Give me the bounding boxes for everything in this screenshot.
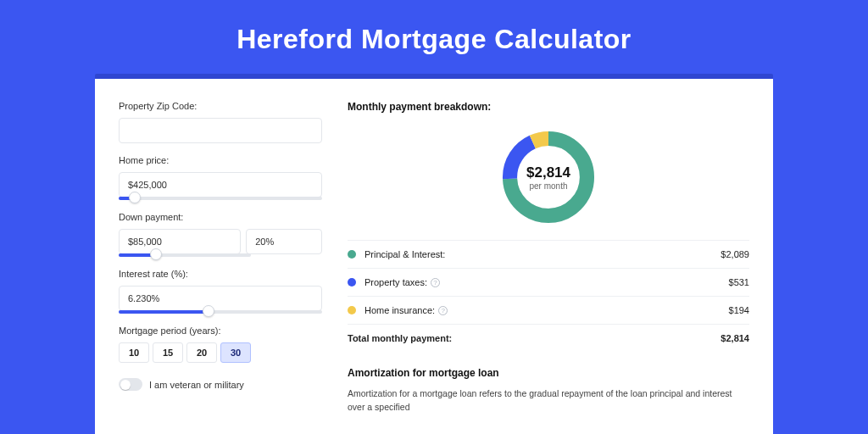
form-column: Property Zip Code: Home price: Down paym… [119, 101, 322, 413]
home-price-input[interactable] [119, 172, 322, 198]
legend-val-principal: $2,089 [721, 249, 749, 259]
donut-center: $2,814 per month [498, 126, 599, 228]
legend-label-principal: Principal & Interest: [364, 249, 721, 259]
donut-chart: $2,814 per month [498, 126, 599, 228]
interest-input[interactable] [119, 286, 322, 311]
veteran-label: I am veteran or military [149, 380, 244, 390]
zip-input[interactable] [119, 118, 322, 143]
home-price-block: Home price: [119, 155, 322, 200]
legend: Principal & Interest: $2,089 Property ta… [348, 240, 749, 352]
interest-block: Interest rate (%): [119, 269, 322, 314]
legend-row-insurance: Home insurance: ? $194 [348, 297, 749, 325]
legend-row-taxes: Property taxes: ? $531 [348, 269, 749, 297]
interest-slider-thumb[interactable] [203, 305, 214, 317]
down-payment-block: Down payment: [119, 212, 322, 257]
amortization-text: Amortization for a mortgage loan refers … [348, 387, 749, 415]
period-block: Mortgage period (years): 10 15 20 30 [119, 326, 322, 363]
info-icon[interactable]: ? [431, 278, 440, 287]
zip-label: Property Zip Code: [119, 101, 322, 111]
home-price-slider-thumb[interactable] [129, 192, 141, 203]
legend-dot-principal [348, 250, 356, 259]
interest-slider[interactable] [119, 310, 322, 314]
legend-dot-insurance [348, 306, 356, 314]
period-options: 10 15 20 30 [119, 342, 322, 363]
interest-label: Interest rate (%): [119, 269, 322, 279]
amortization-block: Amortization for mortgage loan Amortizat… [348, 367, 749, 415]
amortization-title: Amortization for mortgage loan [348, 367, 749, 379]
info-icon[interactable]: ? [438, 306, 448, 315]
home-price-slider[interactable] [119, 197, 322, 200]
legend-label-taxes: Property taxes: ? [364, 277, 729, 287]
breakdown-column: Monthly payment breakdown: $2,814 per mo… [348, 101, 749, 413]
veteran-row: I am veteran or military [119, 378, 322, 391]
legend-label-insurance: Home insurance: ? [364, 305, 729, 315]
legend-row-total: Total monthly payment: $2,814 [348, 325, 749, 352]
legend-dot-taxes [348, 278, 356, 287]
donut-amount: $2,814 [526, 164, 570, 181]
period-btn-20[interactable]: 20 [186, 342, 217, 363]
veteran-toggle[interactable] [119, 378, 142, 391]
legend-label-total: Total monthly payment: [348, 333, 721, 343]
breakdown-title: Monthly payment breakdown: [348, 101, 749, 113]
legend-val-total: $2,814 [721, 333, 749, 343]
period-label: Mortgage period (years): [119, 326, 322, 336]
legend-row-principal: Principal & Interest: $2,089 [348, 241, 749, 269]
period-btn-15[interactable]: 15 [153, 342, 183, 363]
legend-val-insurance: $194 [729, 305, 749, 315]
interest-slider-fill [119, 310, 209, 314]
zip-field-block: Property Zip Code: [119, 101, 322, 143]
period-btn-10[interactable]: 10 [119, 342, 149, 363]
page-title: Hereford Mortgage Calculator [0, 0, 868, 74]
calculator-card: Property Zip Code: Home price: Down paym… [95, 79, 773, 434]
down-payment-pct-input[interactable] [246, 229, 322, 254]
donut-sub: per month [529, 181, 567, 191]
donut-wrap: $2,814 per month [348, 121, 749, 240]
down-payment-label: Down payment: [119, 212, 322, 222]
period-btn-30[interactable]: 30 [220, 342, 251, 363]
legend-val-taxes: $531 [729, 277, 749, 287]
down-payment-slider-thumb[interactable] [150, 248, 162, 260]
home-price-label: Home price: [119, 155, 322, 165]
down-payment-input[interactable] [119, 229, 241, 254]
down-payment-slider[interactable] [119, 253, 251, 257]
